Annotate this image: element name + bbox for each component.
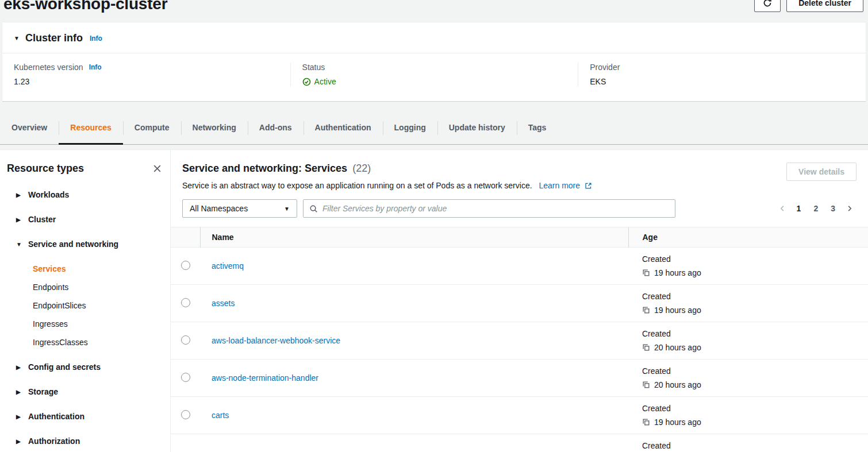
sidebar-item-ingresses[interactable]: Ingresses <box>33 319 163 329</box>
sidebar-group-service-and-networking[interactable]: ▼ Service and networking <box>16 239 163 249</box>
kubernetes-version-field: Kubernetes version Info 1.23 <box>2 63 290 86</box>
refresh-icon <box>763 0 772 7</box>
copy-icon[interactable] <box>642 269 650 277</box>
row-radio-button[interactable] <box>181 373 190 382</box>
service-name-link[interactable]: assets <box>212 299 235 308</box>
provider-label: Provider <box>590 63 854 72</box>
resource-types-tree: ▶ Workloads ▶ Cluster ▼ Service and netw… <box>7 190 163 446</box>
table-row-partial: Created <box>171 434 868 452</box>
copy-icon[interactable] <box>642 418 650 426</box>
created-label: Created <box>642 404 868 413</box>
next-page-button[interactable] <box>843 202 857 215</box>
column-header-age[interactable]: Age <box>628 227 868 248</box>
resources-panel: Resource types ▶ Workloads ▶ Cluster ▼ S… <box>0 149 868 452</box>
resource-types-title: Resource types <box>7 163 84 175</box>
chevron-right-icon: ▶ <box>16 414 22 420</box>
chevron-right-icon: ▶ <box>16 389 22 395</box>
created-label: Created <box>642 254 868 264</box>
status-active-icon <box>302 78 311 86</box>
sidebar-group-storage[interactable]: ▶ Storage <box>16 387 163 396</box>
sidebar-item-endpointslices[interactable]: EndpointSlices <box>33 301 163 310</box>
service-name-link[interactable]: aws-node-termination-handler <box>212 373 318 383</box>
status-field: Status Active <box>290 63 578 86</box>
services-panel: Service and networking: Services (22) Se… <box>171 150 868 452</box>
page-title: eks-workshop-cluster <box>3 0 868 13</box>
sidebar-group-authentication[interactable]: ▶ Authentication <box>16 412 163 421</box>
tab-update-history[interactable]: Update history <box>437 112 517 144</box>
cluster-info-header[interactable]: ▼ Cluster info Info <box>2 22 866 53</box>
age-value: 20 hours ago <box>654 380 701 389</box>
cluster-info-title: Cluster info <box>25 32 83 44</box>
namespace-filter-select[interactable]: All Namespaces ▼ <box>182 199 297 218</box>
service-name-link[interactable]: aws-load-balancer-webhook-service <box>212 336 340 345</box>
chevron-right-icon: ▶ <box>16 438 22 445</box>
services-table: Name Age activemq Created 19 hours ago <box>171 227 868 452</box>
copy-icon[interactable] <box>642 381 650 389</box>
copy-icon[interactable] <box>642 343 650 351</box>
provider-field: Provider EKS <box>578 63 866 86</box>
page-2-button[interactable]: 2 <box>808 202 823 215</box>
kubernetes-version-value: 1.23 <box>14 77 279 86</box>
tab-authentication[interactable]: Authentication <box>304 112 383 144</box>
tab-logging[interactable]: Logging <box>383 112 437 144</box>
tab-overview[interactable]: Overview <box>0 112 59 144</box>
cluster-info-card: ▼ Cluster info Info Kubernetes version I… <box>2 22 866 101</box>
kubernetes-version-info-link[interactable]: Info <box>89 63 102 71</box>
chevron-right-icon: ▶ <box>16 192 22 198</box>
table-row: assets Created 19 hours ago <box>171 285 868 322</box>
chevron-right-icon: ▶ <box>16 217 22 223</box>
row-radio-button[interactable] <box>181 335 190 345</box>
status-badge: Active <box>314 77 336 86</box>
sidebar-item-services[interactable]: Services <box>33 264 163 273</box>
created-label: Created <box>642 292 868 301</box>
row-radio-button[interactable] <box>181 410 190 419</box>
sidebar-group-workloads[interactable]: ▶ Workloads <box>16 190 163 199</box>
age-value: 19 hours ago <box>654 268 701 277</box>
tab-add-ons[interactable]: Add-ons <box>248 112 304 144</box>
age-value: 19 hours ago <box>654 418 701 427</box>
refresh-button[interactable] <box>754 0 781 12</box>
row-radio-button[interactable] <box>181 298 190 307</box>
services-panel-title: Service and networking: Services <box>182 163 347 174</box>
column-header-name[interactable]: Name <box>200 227 628 248</box>
learn-more-link[interactable]: Learn more <box>539 181 592 190</box>
tab-compute[interactable]: Compute <box>123 112 181 144</box>
cluster-info-info-link[interactable]: Info <box>90 34 102 43</box>
sidebar-group-config-and-secrets[interactable]: ▶ Config and secrets <box>16 362 163 372</box>
service-name-link[interactable]: carts <box>212 411 229 420</box>
row-radio-button[interactable] <box>181 261 190 270</box>
table-row: activemq Created 19 hours ago <box>171 248 868 285</box>
page-3-button[interactable]: 3 <box>825 202 840 215</box>
sidebar-item-ingressclasses[interactable]: IngressClasses <box>33 338 163 347</box>
previous-page-button[interactable] <box>775 202 789 215</box>
age-value: 20 hours ago <box>654 343 701 352</box>
status-label: Status <box>302 63 567 72</box>
resource-types-sidebar: Resource types ▶ Workloads ▶ Cluster ▼ S… <box>0 150 171 452</box>
tab-tags[interactable]: Tags <box>517 112 558 144</box>
services-search-input[interactable] <box>322 204 669 213</box>
chevron-down-icon: ▼ <box>16 241 22 248</box>
table-row: carts Created 19 hours ago <box>171 397 868 434</box>
tab-resources[interactable]: Resources <box>59 112 123 144</box>
provider-value: EKS <box>590 77 854 86</box>
view-details-button[interactable]: View details <box>786 163 857 181</box>
age-value: 19 hours ago <box>654 306 701 315</box>
page-1-button[interactable]: 1 <box>792 202 806 215</box>
header-actions: Delete cluster <box>754 0 863 12</box>
chevron-down-icon: ▼ <box>284 206 290 212</box>
external-link-icon <box>585 182 592 190</box>
created-label: Created <box>642 329 868 338</box>
tab-networking[interactable]: Networking <box>181 112 248 144</box>
sidebar-group-cluster[interactable]: ▶ Cluster <box>16 215 163 224</box>
delete-cluster-button[interactable]: Delete cluster <box>786 0 863 12</box>
sidebar-item-endpoints[interactable]: Endpoints <box>33 283 163 292</box>
sidebar-group-authorization[interactable]: ▶ Authorization <box>16 436 163 446</box>
kubernetes-version-label: Kubernetes version <box>14 63 83 72</box>
service-name-link[interactable]: activemq <box>212 261 244 271</box>
copy-icon[interactable] <box>642 306 650 314</box>
chevron-right-icon: ▶ <box>16 364 22 370</box>
created-label: Created <box>642 366 868 376</box>
pagination: 1 2 3 <box>775 202 857 215</box>
table-row: aws-node-termination-handler Created 20 … <box>171 360 868 397</box>
close-sidebar-button[interactable] <box>151 163 163 175</box>
